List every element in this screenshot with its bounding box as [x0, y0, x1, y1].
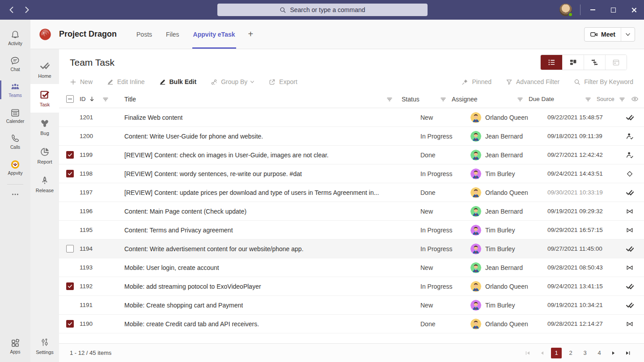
- command-search-input[interactable]: Search or type a command: [217, 4, 428, 16]
- column-header-source[interactable]: Source: [597, 96, 614, 102]
- user-avatar[interactable]: [559, 4, 572, 16]
- task-id: 1195: [80, 227, 124, 233]
- next-page-button[interactable]: [608, 348, 619, 358]
- table-row[interactable]: 1190 Mobile: create Credit card tab and …: [59, 315, 644, 333]
- row-checkbox-checked[interactable]: [66, 151, 74, 159]
- column-header-due-date[interactable]: Due Date: [529, 96, 554, 102]
- table-row[interactable]: 1198 [REVIEW] Content: wordy sentences, …: [59, 164, 644, 183]
- close-button[interactable]: [623, 0, 644, 20]
- assignee-avatar: [470, 225, 481, 236]
- board-view-button[interactable]: [562, 55, 584, 70]
- sidebar-item-report[interactable]: Report: [30, 141, 59, 170]
- filter-icon[interactable]: [585, 96, 591, 102]
- minimize-button[interactable]: [582, 0, 603, 20]
- filter-button-label: Filter By Keyword: [584, 78, 633, 85]
- table-row[interactable]: 1196 Content: Main Page content (Check u…: [59, 202, 644, 221]
- table-row[interactable]: 1199 [REVIEW] Content: check on images i…: [59, 146, 644, 164]
- filter-icon[interactable]: [440, 96, 446, 102]
- meet-dropdown-button[interactable]: [621, 28, 635, 41]
- assignee-name: Orlando Queen: [485, 189, 528, 196]
- row-checkbox-checked[interactable]: [66, 320, 74, 328]
- column-header-status[interactable]: Status: [402, 96, 419, 103]
- sidebar-item-bug[interactable]: Bug: [30, 113, 59, 141]
- column-header-assignee[interactable]: Assignee: [452, 96, 478, 103]
- page-number-button[interactable]: 4: [594, 348, 605, 358]
- calendar-view-button[interactable]: [605, 55, 627, 70]
- tab-appvity-etask[interactable]: Appvity eTask: [192, 20, 236, 49]
- maximize-button[interactable]: [603, 0, 623, 20]
- rail-item-appvity[interactable]: Appvity: [0, 155, 30, 181]
- forward-arrow-icon[interactable]: [22, 5, 31, 14]
- etask-content: Team Task New Edit Inline Bulk Edit Grou…: [59, 49, 644, 362]
- sidebar-item-settings[interactable]: Settings: [30, 332, 59, 360]
- rail-more-button[interactable]: [0, 188, 30, 201]
- page-number-button[interactable]: 1: [551, 348, 562, 358]
- tab-posts[interactable]: Posts: [136, 20, 153, 49]
- last-page-icon: [625, 350, 631, 356]
- last-page-button[interactable]: [623, 348, 633, 358]
- prev-page-button[interactable]: [537, 348, 547, 358]
- app-rail: Activity Chat Teams Calender Calls Appvi…: [0, 20, 30, 362]
- search-icon: [280, 7, 286, 13]
- rail-item-teams[interactable]: Teams: [0, 77, 30, 103]
- rail-item-activity[interactable]: Activity: [0, 25, 30, 51]
- column-header-id[interactable]: ID: [80, 96, 86, 102]
- list-view-button[interactable]: [541, 55, 562, 70]
- page-number-button[interactable]: 3: [580, 348, 590, 358]
- sidebar-item-task[interactable]: Task: [30, 84, 59, 113]
- table-row[interactable]: 1195 Content: Terms and Privacy agreemen…: [59, 221, 644, 240]
- row-checkbox-checked[interactable]: [66, 282, 74, 290]
- task-status: Done: [420, 152, 470, 159]
- chevron-down-icon: [625, 32, 631, 37]
- edit-inline-button[interactable]: Edit Inline: [107, 78, 144, 85]
- back-arrow-icon[interactable]: [7, 5, 16, 14]
- rail-item-chat[interactable]: Chat: [0, 51, 30, 77]
- table-row[interactable]: 1197 [REVIEW] Content: update prices per…: [59, 183, 644, 202]
- table-footer: 1 - 12 / 45 items 1234: [59, 343, 644, 362]
- gantt-view-button[interactable]: [584, 55, 605, 70]
- view-switcher: [540, 55, 627, 70]
- add-tab-button[interactable]: +: [248, 20, 254, 49]
- table-row[interactable]: 1191 Mobile: Create shopping cart and Pa…: [59, 296, 644, 315]
- task-id: 1191: [80, 302, 124, 308]
- pinned-button[interactable]: Pinned: [462, 78, 491, 85]
- rail-item-apps[interactable]: Apps: [0, 333, 30, 359]
- double-check-icon: [626, 189, 634, 197]
- table-row[interactable]: 1201 Finalize Web content New Orlando Qu…: [59, 108, 644, 127]
- first-page-icon: [525, 350, 530, 356]
- sort-descending-icon[interactable]: [89, 96, 95, 102]
- bowtie-icon: [626, 226, 634, 234]
- sidebar-item-home[interactable]: Home: [30, 55, 59, 84]
- filter-icon[interactable]: [619, 96, 625, 102]
- column-visibility-eye-icon[interactable]: [631, 95, 639, 103]
- new-button[interactable]: New: [70, 78, 93, 85]
- page-number-button[interactable]: 2: [565, 348, 576, 358]
- bulk-edit-button[interactable]: Bulk Edit: [159, 78, 197, 85]
- advanced-filter-button[interactable]: Advanced Filter: [506, 78, 559, 85]
- sidebar-item-release[interactable]: Release: [30, 170, 59, 198]
- select-all-checkbox[interactable]: [66, 95, 74, 103]
- table-row[interactable]: 1194 Content: Write advertisement conten…: [59, 240, 644, 258]
- table-row[interactable]: 1200 Content: Write User-Guide for phone…: [59, 127, 644, 146]
- filter-by-keyword-button[interactable]: Filter By Keyword: [574, 78, 633, 85]
- double-check-icon: [626, 282, 634, 290]
- column-header-title[interactable]: Title: [124, 96, 136, 103]
- rail-item-label: Apps: [10, 349, 21, 354]
- tab-files[interactable]: Files: [165, 20, 180, 49]
- rail-item-label: Activity: [8, 41, 22, 46]
- table-row[interactable]: 1193 Mobile: User login, create account …: [59, 258, 644, 277]
- filter-icon[interactable]: [102, 96, 109, 102]
- rail-item-calender[interactable]: Calender: [0, 103, 30, 129]
- first-page-button[interactable]: [522, 348, 533, 358]
- meet-button[interactable]: Meet: [584, 27, 635, 42]
- filter-icon[interactable]: [386, 96, 393, 102]
- row-checkbox[interactable]: [66, 245, 74, 253]
- table-row[interactable]: 1192 Mobile: add streaming potocol to Ex…: [59, 277, 644, 296]
- filter-icon[interactable]: [517, 96, 523, 102]
- export-button[interactable]: Export: [269, 78, 297, 85]
- channel-header: Project Dragon PostsFilesAppvity eTask +…: [30, 20, 644, 49]
- task-id: 1190: [80, 320, 124, 327]
- row-checkbox-checked[interactable]: [66, 170, 74, 177]
- rail-item-calls[interactable]: Calls: [0, 129, 30, 155]
- group-by-button[interactable]: Group By: [211, 78, 254, 85]
